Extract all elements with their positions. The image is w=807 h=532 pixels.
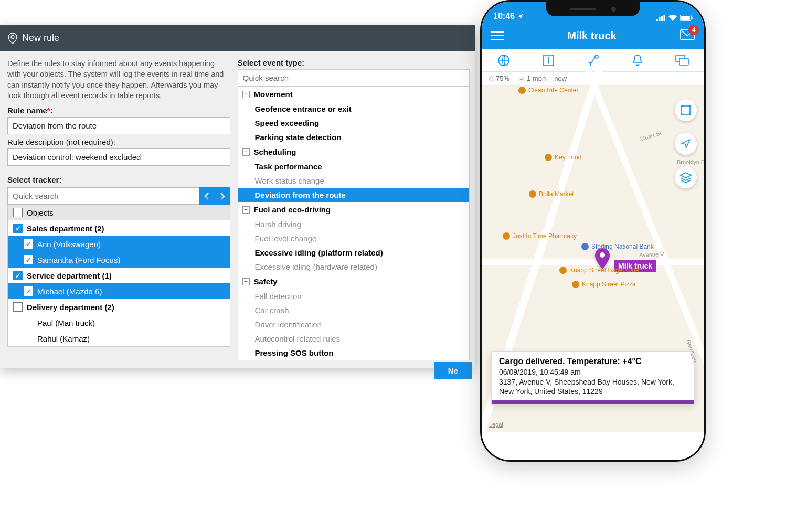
tracker-group[interactable]: Service department (1) bbox=[8, 268, 230, 283]
tracker-group[interactable]: Delivery department (2) bbox=[8, 299, 230, 315]
map-poi: Knapp Street Bagel Cafe bbox=[559, 267, 639, 274]
collapse-icon[interactable]: − bbox=[242, 148, 250, 156]
signal-icon bbox=[656, 15, 665, 21]
event-item[interactable]: Excessive idling (platform related) bbox=[238, 246, 470, 260]
tab-alerts[interactable] bbox=[615, 49, 660, 71]
inbox-badge: 4 bbox=[688, 25, 699, 35]
tracker-item[interactable]: Michael (Mazda 6) bbox=[8, 283, 230, 299]
map-poi: Clean Rite Center bbox=[518, 87, 578, 94]
event-group[interactable]: −Movement bbox=[238, 87, 470, 102]
svg-rect-5 bbox=[681, 16, 690, 20]
collapse-icon[interactable]: − bbox=[242, 278, 250, 285]
speed-icon bbox=[518, 76, 525, 82]
dialog-titlebar: New rule bbox=[0, 25, 475, 51]
map-poi: Bolla Market bbox=[529, 190, 574, 198]
event-card[interactable]: Cargo delivered. Temperature: +4°C 06/09… bbox=[491, 351, 695, 405]
card-accent bbox=[492, 400, 694, 404]
svg-rect-1 bbox=[659, 17, 661, 21]
next-button[interactable]: Ne bbox=[434, 362, 472, 379]
map-poi: Sterling National Bank bbox=[581, 243, 654, 250]
svg-rect-11 bbox=[548, 59, 549, 63]
checkbox[interactable] bbox=[24, 318, 33, 327]
tracker-item[interactable]: Paul (Man truck) bbox=[8, 315, 230, 331]
checkbox[interactable] bbox=[24, 334, 33, 343]
tab-map[interactable] bbox=[482, 49, 526, 71]
map-poi: Knapp Street Pizza bbox=[572, 281, 636, 288]
new-rule-dialog: New rule Define the rules to stay inform… bbox=[0, 25, 475, 368]
event-address: 3137, Avenue V, Sheepshead Bay Houses, N… bbox=[499, 377, 687, 396]
checkbox[interactable] bbox=[13, 271, 23, 280]
checkbox[interactable] bbox=[13, 302, 23, 312]
tracker-item[interactable]: Ann (Volkswagen) bbox=[8, 236, 230, 252]
svg-point-20 bbox=[689, 113, 691, 115]
event-item[interactable]: Task performance bbox=[238, 159, 470, 174]
bell-icon bbox=[632, 54, 643, 67]
locate-icon bbox=[681, 139, 691, 149]
event-item[interactable]: Car crash bbox=[238, 303, 470, 317]
vehicle-marker[interactable] bbox=[594, 248, 610, 269]
rule-name-input[interactable] bbox=[7, 117, 230, 134]
event-item[interactable]: Fuel level change bbox=[238, 231, 470, 246]
event-item[interactable]: Deviation from the route bbox=[238, 188, 470, 202]
svg-point-19 bbox=[681, 113, 683, 115]
event-item[interactable]: Fall detection bbox=[238, 289, 470, 303]
svg-rect-3 bbox=[664, 15, 665, 21]
checkbox[interactable] bbox=[13, 208, 23, 217]
map-view[interactable]: Milk truck Cargo delivered. Temperature:… bbox=[482, 86, 704, 432]
rule-desc-input[interactable] bbox=[7, 148, 230, 166]
tracker-prev-button[interactable] bbox=[199, 187, 215, 205]
tab-chat[interactable] bbox=[660, 49, 704, 71]
bounds-icon bbox=[681, 105, 691, 115]
location-arrow-icon bbox=[517, 13, 524, 20]
tracker-group[interactable]: Sales department (2) bbox=[8, 220, 230, 236]
collapse-icon[interactable]: − bbox=[242, 206, 250, 214]
phone-mockup: 10:46 Milk truck 4 75% 1 mph now bbox=[480, 0, 706, 462]
status-time: 10:46 bbox=[493, 12, 515, 21]
tracker-next-button[interactable] bbox=[215, 187, 230, 205]
select-event-label: Select event type: bbox=[238, 58, 470, 67]
checkbox[interactable] bbox=[24, 255, 33, 264]
event-item[interactable]: Speed exceeding bbox=[238, 116, 470, 130]
inbox-button[interactable]: 4 bbox=[680, 29, 695, 42]
map-poi: Just In Time Pharmacy bbox=[503, 232, 577, 240]
event-item[interactable]: Geofence entrance or exit bbox=[238, 102, 470, 116]
event-group[interactable]: −Fuel and eco-driving bbox=[238, 202, 470, 217]
checkbox[interactable] bbox=[24, 286, 33, 296]
tab-info[interactable] bbox=[526, 49, 571, 71]
fab-fit[interactable] bbox=[675, 99, 697, 121]
menu-button[interactable] bbox=[491, 31, 504, 40]
tracker-search-input[interactable] bbox=[7, 187, 199, 205]
road-label: Avenue V bbox=[639, 251, 664, 258]
event-item[interactable]: Work status change bbox=[238, 174, 470, 188]
info-icon bbox=[543, 55, 554, 66]
event-group[interactable]: −Scheduling bbox=[238, 144, 470, 159]
event-group[interactable]: −Safety bbox=[238, 274, 470, 289]
svg-rect-15 bbox=[679, 58, 688, 65]
map-poi: Key Food bbox=[545, 154, 581, 161]
select-tracker-label: Select tracker: bbox=[7, 175, 230, 184]
tracker-item[interactable]: Samantha (Ford Focus) bbox=[8, 252, 230, 268]
event-type-list: −MovementGeofence entrance or exitSpeed … bbox=[238, 87, 470, 360]
checkbox[interactable] bbox=[13, 224, 23, 233]
event-item[interactable]: Pressing SOS button bbox=[238, 346, 470, 360]
event-item[interactable]: Harsh driving bbox=[238, 217, 470, 231]
fab-locate[interactable] bbox=[675, 133, 697, 155]
tracker-header: Objects bbox=[8, 205, 230, 220]
tab-bar bbox=[482, 49, 704, 72]
event-search-input[interactable]: Quick search bbox=[238, 69, 470, 87]
fab-layers[interactable] bbox=[675, 166, 697, 188]
map-legal-link[interactable]: Legal bbox=[489, 421, 503, 428]
app-title: Milk truck bbox=[567, 30, 616, 42]
road-label: Stuart St bbox=[639, 130, 662, 143]
layers-icon bbox=[680, 172, 692, 183]
tracker-item[interactable]: Rahul (Kamaz) bbox=[8, 331, 230, 346]
dialog-title: New rule bbox=[22, 33, 59, 44]
event-item[interactable]: Autocontrol related rules bbox=[238, 332, 470, 346]
checkbox[interactable] bbox=[24, 239, 33, 249]
event-item[interactable]: Excessive idling (hardware related) bbox=[238, 260, 470, 274]
svg-rect-16 bbox=[682, 106, 690, 114]
event-item[interactable]: Driver identification bbox=[238, 317, 470, 332]
svg-rect-0 bbox=[656, 19, 658, 21]
collapse-icon[interactable]: − bbox=[242, 91, 250, 98]
event-item[interactable]: Parking state detection bbox=[238, 130, 470, 144]
